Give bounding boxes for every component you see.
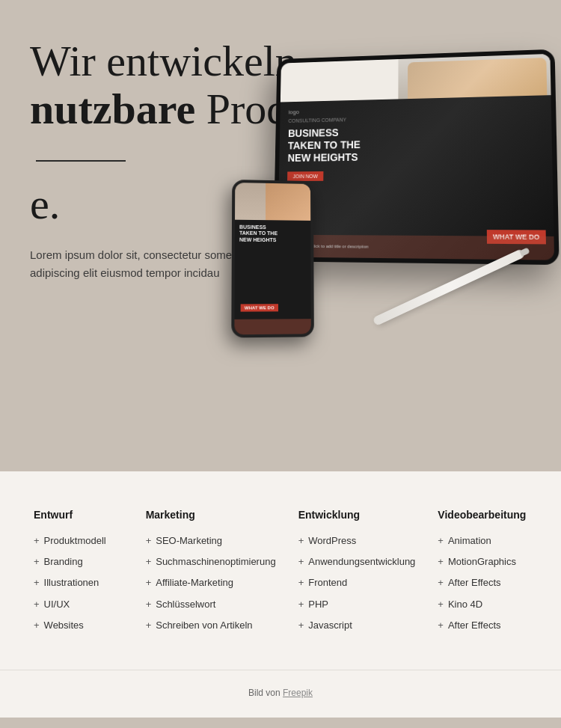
freepik-link[interactable]: Freepik <box>283 688 313 698</box>
service-item-text: PHP <box>308 598 328 611</box>
footer-text: Bild von Freepik <box>248 688 313 698</box>
list-item: + WordPress <box>298 534 416 548</box>
list-item: + SEO-Marketing <box>146 534 276 548</box>
device-mockup-group: logo CONSULTING COMPANY BUSINESS TAKEN T… <box>217 22 561 337</box>
phone-top-bar <box>235 183 310 221</box>
phone-hands-img <box>266 183 310 221</box>
list-item: + PHP <box>298 598 416 611</box>
list-item: + After Effects <box>438 576 527 590</box>
service-item-text: Javascript <box>308 619 352 632</box>
tablet-content: logo CONSULTING COMPANY BUSINESS TAKEN T… <box>279 95 554 192</box>
tablet-top-bar <box>280 54 551 103</box>
plus-icon: + <box>34 598 40 611</box>
plus-icon: + <box>298 576 304 590</box>
plus-icon: + <box>34 576 40 590</box>
plus-icon: + <box>438 598 444 611</box>
plus-icon: + <box>438 555 444 569</box>
list-item: + Schlüsselwort <box>146 598 276 611</box>
service-column-marketing: Marketing + SEO-Marketing + Suchmaschine… <box>142 509 280 640</box>
services-grid: Entwurf + Produktmodell + Branding + Ill… <box>30 509 531 640</box>
tablet-headline: BUSINESS TAKEN TO THE NEW HEIGHTS <box>287 123 542 164</box>
list-item: + Javascript <box>298 619 416 632</box>
service-item-text: Suchmaschinenoptimierung <box>156 555 275 569</box>
footer: Bild von Freepik <box>0 670 561 718</box>
service-title-marketing: Marketing <box>146 509 276 521</box>
services-section: Entwurf + Produktmodell + Branding + Ill… <box>0 471 561 670</box>
service-item-text: Websites <box>44 619 84 632</box>
service-item-text: Affiliate-Marketing <box>156 576 233 590</box>
plus-icon: + <box>298 619 304 632</box>
list-item: + Schreiben von Artikeln <box>146 619 276 632</box>
phone-screen: BUSINESS TAKEN TO THE NEW HEIGHTS WHAT W… <box>234 183 311 334</box>
list-item: + UI/UX <box>34 598 123 611</box>
service-item-after-effects-2: After Effects <box>448 619 501 632</box>
list-item: + Anwendungsentwicklung <box>298 555 416 569</box>
phone-mockup: BUSINESS TAKEN TO THE NEW HEIGHTS WHAT W… <box>231 180 314 337</box>
tablet-cta-button: JOIN NOW <box>287 171 323 181</box>
service-item-text: WordPress <box>308 534 356 548</box>
service-item-text: Frontend <box>308 576 347 590</box>
list-item: + Animation <box>438 534 527 548</box>
service-item-text: Animation <box>448 534 491 548</box>
list-item: + Frontend <box>298 576 416 590</box>
list-item: + Kino 4D <box>438 598 527 611</box>
service-item-text: Produktmodell <box>44 534 106 548</box>
plus-icon: + <box>298 598 304 611</box>
plus-icon: + <box>34 619 40 632</box>
list-item: + Branding <box>34 555 123 569</box>
hero-title-line3: e. <box>30 180 60 228</box>
phone-what-we-do: WHAT WE DO <box>241 304 278 311</box>
plus-icon: + <box>146 534 152 548</box>
phone-headline: BUSINESS TAKEN TO THE NEW HEIGHTS <box>239 224 307 244</box>
service-item-text: Kino 4D <box>448 598 482 611</box>
plus-icon: + <box>438 534 444 548</box>
tablet-screen: logo CONSULTING COMPANY BUSINESS TAKEN T… <box>278 54 554 260</box>
title-decoration <box>36 160 126 162</box>
hero-title-bold: nutzbare <box>30 85 195 133</box>
list-item: + Produktmodell <box>34 534 123 548</box>
service-column-video: Videobearbeitung + Animation + MotionGra… <box>434 509 531 640</box>
tablet-hands-img <box>408 58 547 99</box>
service-item-text: Branding <box>44 555 83 569</box>
service-title-entwurf: Entwurf <box>34 509 123 521</box>
service-item-text: Anwendungsentwicklung <box>308 555 415 569</box>
service-title-video: Videobearbeitung <box>438 509 527 521</box>
phone-bottom-bar <box>234 319 311 334</box>
plus-icon: + <box>146 555 152 569</box>
service-item-text: Schreiben von Artikeln <box>156 619 252 632</box>
list-item: + Websites <box>34 619 123 632</box>
plus-icon: + <box>34 555 40 569</box>
plus-icon: + <box>298 555 304 569</box>
service-column-entwicklung: Entwicklung + WordPress + Anwendungsentw… <box>295 509 420 640</box>
hero-section: Wir entwickeln nutzbare Produkt e. Lorem… <box>0 0 561 449</box>
plus-icon: + <box>438 619 444 632</box>
phone-content: BUSINESS TAKEN TO THE NEW HEIGHTS <box>235 220 311 251</box>
plus-icon: + <box>438 576 444 590</box>
list-item: + Illustrationen <box>34 576 123 590</box>
plus-icon: + <box>146 598 152 611</box>
plus-icon: + <box>34 534 40 548</box>
list-item: + After Effects <box>438 619 527 632</box>
plus-icon: + <box>146 576 152 590</box>
hero-description: Lorem ipsum dolor sit, consectetur some … <box>30 246 239 282</box>
service-item-text: Schlüsselwort <box>156 598 215 611</box>
service-title-entwicklung: Entwicklung <box>298 509 416 521</box>
tablet-mockup: logo CONSULTING COMPANY BUSINESS TAKEN T… <box>273 49 560 265</box>
service-item-text: Illustrationen <box>44 576 99 590</box>
list-item: + MotionGraphics <box>438 555 527 569</box>
plus-icon: + <box>146 619 152 632</box>
service-column-entwurf: Entwurf + Produktmodell + Branding + Ill… <box>30 509 127 640</box>
service-item-after-effects-1: After Effects <box>448 576 501 590</box>
service-item-text: UI/UX <box>44 598 70 611</box>
list-item: + Affiliate-Marketing <box>146 576 276 590</box>
plus-icon: + <box>298 534 304 548</box>
service-item-text: MotionGraphics <box>448 555 516 569</box>
list-item: + Suchmaschinenoptimierung <box>146 555 276 569</box>
service-item-text: SEO-Marketing <box>156 534 222 548</box>
